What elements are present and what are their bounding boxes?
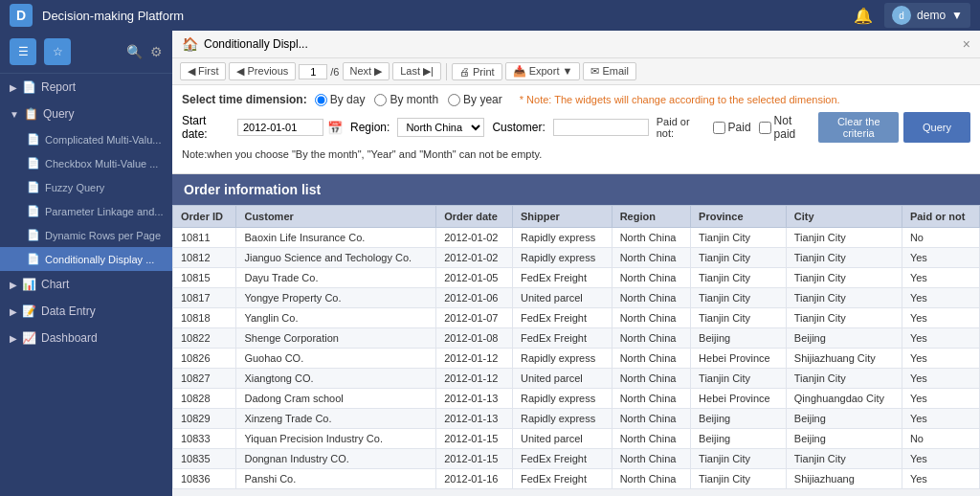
settings-icon[interactable]: ⚙ xyxy=(150,44,163,59)
sidebar-group-dataentry-header[interactable]: ▶ 📝 Data Entry xyxy=(0,298,172,325)
doc-icon: 📄 xyxy=(27,133,40,146)
sidebar-item-checkbox[interactable]: 📄 Checkbox Multi-Value ... xyxy=(0,151,172,175)
cell-city: Tianjin City xyxy=(786,288,902,308)
sidebar-group-dataentry: ▶ 📝 Data Entry xyxy=(0,298,172,325)
query-button[interactable]: Query xyxy=(903,112,970,143)
sidebar-group-query: ▼ 📋 Query 📄 Complicated Multi-Valu... 📄 … xyxy=(0,101,172,271)
cell-city: Tianjin City xyxy=(786,369,902,389)
search-icon[interactable]: 🔍 xyxy=(126,44,143,59)
cell-city: Beijing xyxy=(786,328,902,349)
sidebar-group-query-header[interactable]: ▼ 📋 Query xyxy=(0,101,172,127)
cell-city: Tianjin City xyxy=(786,268,902,288)
hamburger-button[interactable]: ☰ xyxy=(10,38,36,65)
region-select[interactable]: North China South China East China West … xyxy=(397,118,484,137)
cell-id: 10833 xyxy=(173,429,236,449)
radio-by-year-input[interactable] xyxy=(448,94,460,106)
col-paid: Paid or not xyxy=(902,206,979,228)
radio-by-month[interactable]: By month xyxy=(374,93,438,106)
cell-region: North China xyxy=(612,469,690,489)
cell-paid: Yes xyxy=(902,449,979,469)
paid-checkbox-input[interactable] xyxy=(713,122,725,134)
cell-paid: Yes xyxy=(902,308,979,328)
table-area: Order information list Order ID Customer… xyxy=(172,174,980,496)
first-button[interactable]: ◀ First xyxy=(180,62,226,80)
bell-icon[interactable]: 🔔 xyxy=(854,7,873,25)
customer-input[interactable] xyxy=(553,119,649,136)
home-icon[interactable]: 🏠 xyxy=(182,36,198,52)
cell-shipper: FedEx Freight xyxy=(512,328,612,349)
cell-date: 2012-01-08 xyxy=(436,328,513,349)
paid-checkbox[interactable]: Paid xyxy=(713,121,751,134)
top-icons: 🔔 d demo ▼ xyxy=(854,3,970,28)
not-paid-checkbox[interactable]: Not paid xyxy=(759,114,812,141)
cell-id: 10828 xyxy=(173,389,236,409)
cell-province: Tianjin City xyxy=(691,268,787,288)
cell-customer: Guohao CO. xyxy=(236,349,436,369)
cell-shipper: FedEx Freight xyxy=(512,449,612,469)
sidebar-group-chart-header[interactable]: ▶ 📊 Chart xyxy=(0,271,172,298)
email-button[interactable]: ✉ Email xyxy=(583,62,636,80)
user-area[interactable]: d demo ▼ xyxy=(884,3,970,28)
sidebar-group-dashboard-header[interactable]: ▶ 📈 Dashboard xyxy=(0,325,172,351)
sidebar: ☰ ☆ 🔍 ⚙ ▶ 📄 Report ▼ 📋 Query 📄 Complicat xyxy=(0,31,172,496)
sidebar-item-parameter[interactable]: 📄 Parameter Linkage and... xyxy=(0,199,172,223)
query-panel: Select time dimension: By day By month B… xyxy=(172,85,980,174)
app-logo: D xyxy=(10,4,33,27)
dashboard-icon: 📈 xyxy=(22,331,36,345)
user-avatar: d xyxy=(892,6,911,25)
query-icon: 📋 xyxy=(24,107,38,121)
cell-customer: Yanglin Co. xyxy=(236,308,436,328)
sidebar-group-report-header[interactable]: ▶ 📄 Report xyxy=(0,74,172,101)
col-customer: Customer xyxy=(236,206,436,228)
last-button[interactable]: Last ▶| xyxy=(392,62,441,80)
doc-icon: 📄 xyxy=(27,253,40,265)
radio-by-day-input[interactable] xyxy=(315,94,327,106)
cell-city: Shijiazhuang xyxy=(786,469,902,489)
sidebar-item-complicated[interactable]: 📄 Complicated Multi-Valu... xyxy=(0,127,172,151)
clear-button[interactable]: Clear the criteria xyxy=(818,112,899,143)
sidebar-item-fuzzy[interactable]: 📄 Fuzzy Query xyxy=(0,175,172,199)
cell-date: 2012-01-05 xyxy=(436,268,513,288)
close-icon[interactable]: × xyxy=(963,36,970,52)
radio-by-day-label: By day xyxy=(330,93,366,106)
cell-paid: Yes xyxy=(902,268,979,288)
cell-province: Tianjin City xyxy=(691,248,787,268)
cell-paid: Yes xyxy=(902,389,979,409)
cell-shipper: Rapidly express xyxy=(512,409,612,429)
cell-date: 2012-01-12 xyxy=(436,349,513,369)
sidebar-header: ☰ ☆ 🔍 ⚙ xyxy=(0,31,172,74)
cell-customer: Yiquan Precision Industry Co. xyxy=(236,429,436,449)
customer-label: Customer: xyxy=(492,121,545,134)
cell-id: 10817 xyxy=(173,288,236,308)
favorites-button[interactable]: ☆ xyxy=(44,38,71,65)
radio-by-year[interactable]: By year xyxy=(448,93,502,106)
sidebar-item-dynamic[interactable]: 📄 Dynamic Rows per Page xyxy=(0,223,172,247)
not-paid-checkbox-input[interactable] xyxy=(759,122,771,134)
cell-id: 10815 xyxy=(173,268,236,288)
cell-date: 2012-01-13 xyxy=(436,409,513,429)
calendar-icon[interactable]: 📅 xyxy=(327,121,343,135)
sidebar-item-conditional[interactable]: 📄 Conditionally Display ... xyxy=(0,247,172,271)
table-row: 10811Baoxin Life Insurance Co.2012-01-02… xyxy=(173,228,980,248)
export-button[interactable]: 📥 Export ▼ xyxy=(505,62,581,80)
start-date-input[interactable] xyxy=(237,119,323,136)
cell-paid: Yes xyxy=(902,349,979,369)
cell-region: North China xyxy=(612,369,690,389)
radio-by-month-input[interactable] xyxy=(374,94,387,106)
col-order-id: Order ID xyxy=(173,206,236,228)
cell-paid: No xyxy=(902,429,979,449)
time-dimension-row: Select time dimension: By day By month B… xyxy=(182,93,970,106)
print-button[interactable]: 🖨 Print xyxy=(452,63,502,80)
sidebar-item-parameter-label: Parameter Linkage and... xyxy=(45,206,164,217)
paid-label-text: Paid xyxy=(728,121,751,134)
page-input[interactable] xyxy=(299,64,327,79)
cell-id: 10835 xyxy=(173,449,236,469)
radio-by-day[interactable]: By day xyxy=(315,93,366,106)
next-button[interactable]: Next ▶ xyxy=(343,62,390,80)
sidebar-group-report: ▶ 📄 Report xyxy=(0,74,172,101)
prev-button[interactable]: ◀ Previous xyxy=(229,62,296,80)
cell-region: North China xyxy=(612,248,690,268)
cell-id: 10818 xyxy=(173,308,236,328)
table-row: 10812Jianguo Science and Techology Co.20… xyxy=(173,248,980,268)
table-row: 10836Panshi Co.2012-01-16FedEx FreightNo… xyxy=(173,469,980,489)
